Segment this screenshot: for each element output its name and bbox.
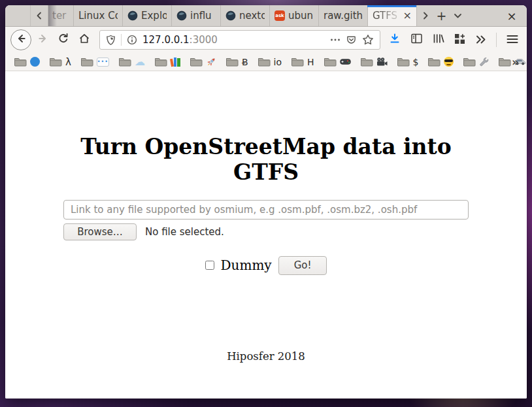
go-button-label: Go! [294, 259, 312, 271]
info-icon[interactable] [127, 35, 137, 45]
url-port: :3000 [190, 34, 218, 46]
file-link-input[interactable] [63, 200, 469, 220]
text-h-icon: H [307, 57, 314, 67]
menu-hamburger-icon[interactable] [507, 34, 518, 46]
blue-circle-icon [30, 57, 40, 67]
bookmarks-overflow-icon[interactable]: » [512, 56, 519, 69]
text-io-icon: io [274, 57, 282, 67]
tab-gtfs[interactable]: GTFS× [368, 5, 417, 26]
globe-icon [127, 10, 138, 21]
bookmark-folder-car[interactable] [493, 53, 527, 71]
overflow-chevrons-icon[interactable] [475, 34, 486, 46]
bookmark-folder-bitcoin[interactable]: Ƀ [221, 53, 253, 71]
bookmark-folder-cool-face[interactable] [423, 53, 458, 71]
window-close-button[interactable]: × [497, 5, 527, 26]
page-container: Turn OpenStreetMap data into GTFS Browse… [63, 71, 469, 363]
folder-icon [49, 57, 62, 67]
tab-label: ter [52, 10, 69, 22]
folder-icon [498, 57, 511, 67]
bookmark-folder-dollar[interactable]: $ [392, 53, 424, 71]
reload-button[interactable] [54, 30, 73, 50]
url-text[interactable]: 127.0.0.1:3000 [142, 34, 325, 46]
folder-icon [427, 57, 441, 67]
browse-button[interactable]: Browse… [63, 223, 137, 240]
tab-strip: terLinux CoExploinflunextoaskubunraw.git… [48, 5, 417, 26]
list-all-tabs-button[interactable] [450, 5, 466, 26]
tab-nexto[interactable]: nexto [221, 5, 270, 26]
pocket-icon[interactable] [346, 35, 357, 45]
books-icon [171, 57, 180, 67]
tab-ubun[interactable]: askubun [270, 5, 319, 26]
scroll-tabs-right-button[interactable] [417, 5, 433, 26]
tab-label: raw.gith [324, 10, 363, 22]
reload-icon [58, 33, 69, 47]
desktop-wallpaper: terLinux CoExploinflunextoaskubunraw.git… [0, 0, 532, 407]
shield-icon[interactable] [106, 35, 116, 46]
navigation-toolbar: 127.0.0.1:3000 [5, 27, 527, 53]
dollar-icon: $ [413, 57, 419, 67]
tab-influ[interactable]: influ [172, 5, 221, 26]
tab-label: ubun [288, 10, 314, 22]
tab-label: influ [190, 10, 216, 22]
tab-label: GTFS [373, 10, 399, 22]
new-tab-button[interactable]: + [433, 5, 450, 26]
tab-linux-co[interactable]: Linux Co [74, 5, 123, 26]
page-footer: Hiposfer 2018 [63, 350, 469, 363]
plus-icon: + [437, 10, 447, 22]
folder-icon [291, 57, 304, 67]
download-icon[interactable] [389, 33, 401, 47]
folder-icon [324, 57, 337, 67]
bookmark-folder-lambda[interactable]: λ [44, 53, 76, 71]
url-bar[interactable]: 127.0.0.1:3000 [99, 30, 380, 50]
lambda-icon: λ [65, 56, 71, 68]
bookmark-folder-books[interactable] [150, 53, 185, 71]
folder-icon [463, 57, 476, 67]
tab-close-icon[interactable]: × [402, 10, 412, 21]
bookmark-folder-gamepad[interactable] [319, 53, 356, 71]
bookmarks-toolbar: λ•••☁ɃioH$» [5, 53, 527, 71]
close-icon: × [507, 9, 516, 23]
tab-label: Explo [141, 10, 167, 22]
movie-camera-icon [376, 57, 388, 66]
bookmark-folder-chat[interactable]: ••• [76, 53, 114, 71]
dummy-checkbox-label: Dummy [221, 257, 272, 273]
bookmark-folder-movie-camera[interactable] [356, 53, 392, 71]
chevron-down-icon [454, 12, 462, 19]
library-icon[interactable] [433, 33, 444, 46]
go-button[interactable]: Go! [278, 256, 327, 275]
wrench-icon [479, 57, 489, 67]
rocket-icon [206, 57, 216, 67]
sidebar-icon[interactable] [410, 33, 423, 46]
toolbar-right-icons [386, 33, 522, 47]
tab-raw-gith[interactable]: raw.gith [319, 5, 368, 26]
page-actions-dots-icon[interactable] [330, 38, 341, 42]
tab-explo[interactable]: Explo [123, 5, 172, 26]
bookmark-folder-blue-circle[interactable] [9, 53, 44, 71]
chat-icon: ••• [97, 57, 109, 67]
home-button[interactable] [75, 30, 94, 50]
gamepad-icon [340, 57, 351, 66]
folder-icon [190, 57, 203, 67]
dummy-checkbox[interactable] [205, 261, 214, 270]
file-status-text: No file selected. [145, 226, 224, 238]
globe-icon [225, 10, 236, 21]
chevron-left-icon [35, 12, 43, 20]
browse-button-label: Browse… [77, 226, 123, 238]
bookmark-folder-rocket[interactable] [185, 53, 221, 71]
back-button[interactable] [10, 29, 31, 50]
bookmark-folder-cloud[interactable]: ☁ [114, 53, 150, 71]
folder-icon [118, 57, 131, 67]
tabbar-left-space [5, 5, 30, 26]
folder-icon [154, 57, 167, 67]
bookmark-folder-text-h[interactable]: H [286, 53, 319, 71]
folder-icon [397, 57, 410, 67]
bookmark-star-icon[interactable] [362, 34, 374, 46]
forward-button[interactable] [33, 30, 52, 50]
bookmark-folder-wrench[interactable] [458, 53, 493, 71]
bookmark-folder-text-io[interactable]: io [253, 53, 286, 71]
scroll-tabs-left-button[interactable] [30, 5, 48, 26]
tab-ter[interactable]: ter [48, 5, 74, 26]
folder-icon [80, 57, 93, 67]
toolbar-divider [496, 33, 497, 47]
extensions-blocks-icon[interactable] [454, 33, 465, 47]
